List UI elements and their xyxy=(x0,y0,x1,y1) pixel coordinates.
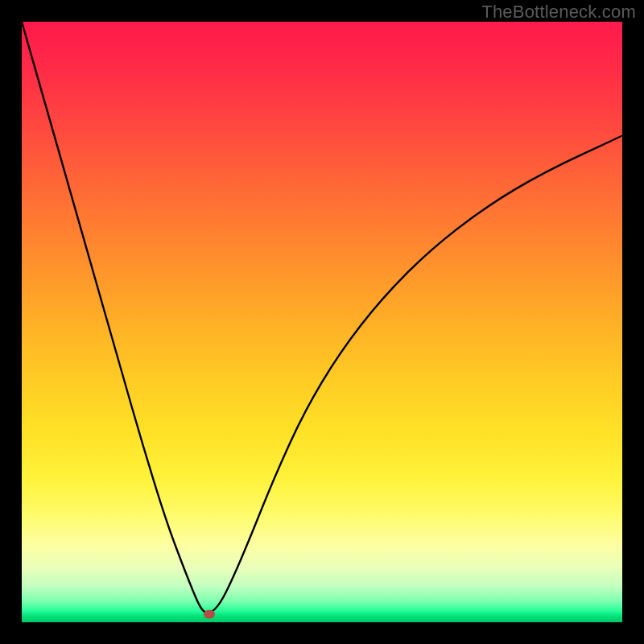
curve-layer xyxy=(22,22,622,622)
curve-path xyxy=(22,22,622,613)
plot-area xyxy=(22,22,622,622)
chart-frame: TheBottleneck.com xyxy=(0,0,644,644)
watermark-text: TheBottleneck.com xyxy=(481,2,636,23)
optimum-marker xyxy=(204,610,215,619)
